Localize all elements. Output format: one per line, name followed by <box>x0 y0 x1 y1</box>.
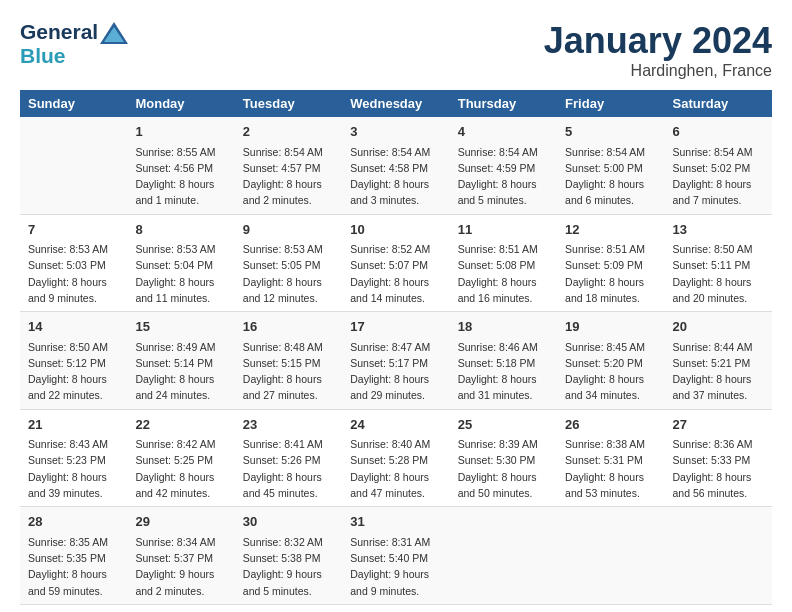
calendar-cell: 16Sunrise: 8:48 AMSunset: 5:15 PMDayligh… <box>235 312 342 410</box>
day-number: 30 <box>243 512 334 532</box>
day-info: Sunrise: 8:32 AMSunset: 5:38 PMDaylight:… <box>243 534 334 599</box>
calendar-cell: 13Sunrise: 8:50 AMSunset: 5:11 PMDayligh… <box>665 214 772 312</box>
calendar-cell: 20Sunrise: 8:44 AMSunset: 5:21 PMDayligh… <box>665 312 772 410</box>
calendar-cell: 31Sunrise: 8:31 AMSunset: 5:40 PMDayligh… <box>342 507 449 605</box>
calendar-cell: 6Sunrise: 8:54 AMSunset: 5:02 PMDaylight… <box>665 117 772 214</box>
day-number: 10 <box>350 220 441 240</box>
calendar-table: SundayMondayTuesdayWednesdayThursdayFrid… <box>20 90 772 605</box>
calendar-cell: 1Sunrise: 8:55 AMSunset: 4:56 PMDaylight… <box>127 117 234 214</box>
calendar-cell: 4Sunrise: 8:54 AMSunset: 4:59 PMDaylight… <box>450 117 557 214</box>
day-info: Sunrise: 8:47 AMSunset: 5:17 PMDaylight:… <box>350 339 441 404</box>
day-number: 3 <box>350 122 441 142</box>
calendar-cell: 24Sunrise: 8:40 AMSunset: 5:28 PMDayligh… <box>342 409 449 507</box>
day-info: Sunrise: 8:43 AMSunset: 5:23 PMDaylight:… <box>28 436 119 501</box>
day-number: 17 <box>350 317 441 337</box>
day-info: Sunrise: 8:55 AMSunset: 4:56 PMDaylight:… <box>135 144 226 209</box>
title-block: January 2024 Hardinghen, France <box>544 20 772 80</box>
calendar-cell <box>450 507 557 605</box>
calendar-cell: 23Sunrise: 8:41 AMSunset: 5:26 PMDayligh… <box>235 409 342 507</box>
day-number: 24 <box>350 415 441 435</box>
day-number: 22 <box>135 415 226 435</box>
day-info: Sunrise: 8:53 AMSunset: 5:05 PMDaylight:… <box>243 241 334 306</box>
day-number: 28 <box>28 512 119 532</box>
col-header-saturday: Saturday <box>665 90 772 117</box>
day-number: 9 <box>243 220 334 240</box>
day-number: 25 <box>458 415 549 435</box>
day-number: 12 <box>565 220 656 240</box>
calendar-week-3: 14Sunrise: 8:50 AMSunset: 5:12 PMDayligh… <box>20 312 772 410</box>
column-headers: SundayMondayTuesdayWednesdayThursdayFrid… <box>20 90 772 117</box>
calendar-week-2: 7Sunrise: 8:53 AMSunset: 5:03 PMDaylight… <box>20 214 772 312</box>
calendar-cell: 12Sunrise: 8:51 AMSunset: 5:09 PMDayligh… <box>557 214 664 312</box>
calendar-body: 1Sunrise: 8:55 AMSunset: 4:56 PMDaylight… <box>20 117 772 604</box>
calendar-week-4: 21Sunrise: 8:43 AMSunset: 5:23 PMDayligh… <box>20 409 772 507</box>
day-number: 11 <box>458 220 549 240</box>
day-number: 7 <box>28 220 119 240</box>
day-number: 20 <box>673 317 764 337</box>
day-number: 27 <box>673 415 764 435</box>
day-info: Sunrise: 8:50 AMSunset: 5:11 PMDaylight:… <box>673 241 764 306</box>
calendar-cell: 30Sunrise: 8:32 AMSunset: 5:38 PMDayligh… <box>235 507 342 605</box>
day-info: Sunrise: 8:41 AMSunset: 5:26 PMDaylight:… <box>243 436 334 501</box>
day-number: 31 <box>350 512 441 532</box>
page-header: General Blue January 2024 Hardinghen, Fr… <box>20 20 772 80</box>
day-info: Sunrise: 8:48 AMSunset: 5:15 PMDaylight:… <box>243 339 334 404</box>
day-info: Sunrise: 8:45 AMSunset: 5:20 PMDaylight:… <box>565 339 656 404</box>
day-info: Sunrise: 8:36 AMSunset: 5:33 PMDaylight:… <box>673 436 764 501</box>
day-number: 8 <box>135 220 226 240</box>
day-info: Sunrise: 8:34 AMSunset: 5:37 PMDaylight:… <box>135 534 226 599</box>
day-number: 29 <box>135 512 226 532</box>
calendar-week-5: 28Sunrise: 8:35 AMSunset: 5:35 PMDayligh… <box>20 507 772 605</box>
calendar-cell <box>557 507 664 605</box>
day-number: 13 <box>673 220 764 240</box>
day-number: 1 <box>135 122 226 142</box>
calendar-cell: 25Sunrise: 8:39 AMSunset: 5:30 PMDayligh… <box>450 409 557 507</box>
calendar-cell: 19Sunrise: 8:45 AMSunset: 5:20 PMDayligh… <box>557 312 664 410</box>
calendar-cell <box>665 507 772 605</box>
calendar-cell: 28Sunrise: 8:35 AMSunset: 5:35 PMDayligh… <box>20 507 127 605</box>
day-info: Sunrise: 8:51 AMSunset: 5:09 PMDaylight:… <box>565 241 656 306</box>
col-header-friday: Friday <box>557 90 664 117</box>
month-title: January 2024 <box>544 20 772 62</box>
day-number: 15 <box>135 317 226 337</box>
day-info: Sunrise: 8:54 AMSunset: 5:00 PMDaylight:… <box>565 144 656 209</box>
col-header-sunday: Sunday <box>20 90 127 117</box>
day-number: 6 <box>673 122 764 142</box>
location: Hardinghen, France <box>544 62 772 80</box>
day-number: 23 <box>243 415 334 435</box>
day-number: 16 <box>243 317 334 337</box>
day-info: Sunrise: 8:51 AMSunset: 5:08 PMDaylight:… <box>458 241 549 306</box>
day-number: 18 <box>458 317 549 337</box>
col-header-monday: Monday <box>127 90 234 117</box>
col-header-wednesday: Wednesday <box>342 90 449 117</box>
calendar-cell: 18Sunrise: 8:46 AMSunset: 5:18 PMDayligh… <box>450 312 557 410</box>
day-info: Sunrise: 8:39 AMSunset: 5:30 PMDaylight:… <box>458 436 549 501</box>
calendar-cell: 26Sunrise: 8:38 AMSunset: 5:31 PMDayligh… <box>557 409 664 507</box>
calendar-cell: 10Sunrise: 8:52 AMSunset: 5:07 PMDayligh… <box>342 214 449 312</box>
day-number: 4 <box>458 122 549 142</box>
day-info: Sunrise: 8:54 AMSunset: 4:58 PMDaylight:… <box>350 144 441 209</box>
day-info: Sunrise: 8:54 AMSunset: 4:57 PMDaylight:… <box>243 144 334 209</box>
day-info: Sunrise: 8:49 AMSunset: 5:14 PMDaylight:… <box>135 339 226 404</box>
calendar-cell: 8Sunrise: 8:53 AMSunset: 5:04 PMDaylight… <box>127 214 234 312</box>
day-info: Sunrise: 8:53 AMSunset: 5:04 PMDaylight:… <box>135 241 226 306</box>
day-info: Sunrise: 8:35 AMSunset: 5:35 PMDaylight:… <box>28 534 119 599</box>
calendar-cell: 14Sunrise: 8:50 AMSunset: 5:12 PMDayligh… <box>20 312 127 410</box>
day-info: Sunrise: 8:31 AMSunset: 5:40 PMDaylight:… <box>350 534 441 599</box>
day-info: Sunrise: 8:50 AMSunset: 5:12 PMDaylight:… <box>28 339 119 404</box>
calendar-cell: 7Sunrise: 8:53 AMSunset: 5:03 PMDaylight… <box>20 214 127 312</box>
day-info: Sunrise: 8:44 AMSunset: 5:21 PMDaylight:… <box>673 339 764 404</box>
day-number: 14 <box>28 317 119 337</box>
calendar-cell <box>20 117 127 214</box>
calendar-cell: 5Sunrise: 8:54 AMSunset: 5:00 PMDaylight… <box>557 117 664 214</box>
logo: General Blue <box>20 20 128 68</box>
calendar-cell: 15Sunrise: 8:49 AMSunset: 5:14 PMDayligh… <box>127 312 234 410</box>
logo-icon <box>100 22 128 44</box>
calendar-week-1: 1Sunrise: 8:55 AMSunset: 4:56 PMDaylight… <box>20 117 772 214</box>
day-number: 5 <box>565 122 656 142</box>
calendar-cell: 11Sunrise: 8:51 AMSunset: 5:08 PMDayligh… <box>450 214 557 312</box>
calendar-cell: 29Sunrise: 8:34 AMSunset: 5:37 PMDayligh… <box>127 507 234 605</box>
day-info: Sunrise: 8:38 AMSunset: 5:31 PMDaylight:… <box>565 436 656 501</box>
calendar-cell: 17Sunrise: 8:47 AMSunset: 5:17 PMDayligh… <box>342 312 449 410</box>
day-number: 26 <box>565 415 656 435</box>
